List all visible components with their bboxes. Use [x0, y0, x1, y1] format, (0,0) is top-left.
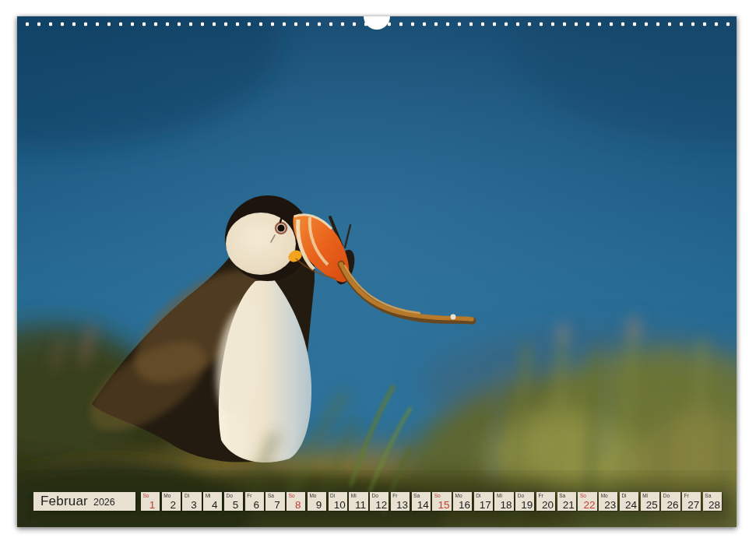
weekday-abbr: So: [289, 493, 295, 498]
weekday-abbr: Do: [663, 493, 670, 498]
weekday-abbr: Mo: [601, 493, 608, 498]
day-cell: Mo 23: [599, 492, 617, 511]
day-cell: Di 17: [474, 492, 493, 511]
day-number: 10: [329, 500, 347, 510]
day-number: 19: [515, 500, 534, 510]
day-cell: Mo 2: [162, 492, 181, 511]
puffin-photo: [17, 16, 737, 527]
weekday-abbr: Do: [372, 493, 378, 498]
day-number: 21: [557, 500, 576, 510]
day-number: 9: [308, 500, 326, 510]
day-number: 27: [682, 500, 701, 510]
day-cell: Mo 16: [453, 492, 472, 511]
weekday-abbr: Mo: [309, 493, 316, 498]
day-number: 8: [287, 500, 305, 510]
day-cell: Sa 21: [557, 492, 576, 511]
day-number: 2: [162, 500, 181, 510]
day-number: 28: [703, 500, 722, 510]
weekday-abbr: Mi: [351, 493, 357, 498]
day-number: 11: [349, 500, 367, 510]
day-number: 24: [620, 500, 638, 510]
day-cell: Di 3: [182, 492, 201, 511]
day-cell: Di 24: [620, 492, 638, 511]
day-cell: Do 5: [224, 492, 243, 511]
calendar-product-shot: Februar 2026 So 1 Mo 2 Di: [0, 0, 756, 545]
day-number: 17: [474, 500, 493, 510]
calendar-sheet: Februar 2026 So 1 Mo 2 Di: [17, 16, 737, 527]
day-cell: Di 10: [329, 492, 347, 511]
day-number: 12: [370, 500, 389, 510]
day-cell: Sa 14: [412, 492, 431, 511]
weekday-abbr: So: [434, 493, 441, 498]
day-cell: Do 12: [370, 492, 389, 511]
weekday-abbr: So: [580, 493, 586, 498]
day-cell: Mi 18: [494, 492, 513, 511]
weekday-abbr: Sa: [705, 493, 711, 498]
weekday-abbr: Sa: [268, 493, 274, 498]
month-label-box: Februar 2026: [33, 492, 135, 511]
day-cell: So 8: [287, 492, 305, 511]
day-cell: Mi 4: [203, 492, 222, 511]
day-number: 5: [224, 500, 243, 510]
weekday-abbr: Fr: [684, 493, 689, 498]
weekday-abbr: Mo: [164, 493, 171, 498]
day-cell: Sa 28: [703, 492, 722, 511]
weekday-abbr: Mi: [497, 493, 502, 498]
day-number: 18: [494, 500, 513, 510]
year-label: 2026: [93, 497, 115, 508]
weekday-abbr: So: [143, 493, 149, 498]
day-number: 20: [536, 500, 555, 510]
weekday-abbr: Do: [226, 493, 232, 498]
weekday-abbr: Di: [185, 493, 189, 498]
day-number: 4: [203, 500, 222, 510]
day-number: 25: [641, 500, 659, 510]
day-cell: Do 19: [515, 492, 534, 511]
day-cell: So 22: [578, 492, 596, 511]
day-number: 16: [453, 500, 472, 510]
weekday-abbr: Di: [476, 493, 480, 498]
weekday-abbr: Sa: [559, 493, 565, 498]
day-cell: So 1: [141, 492, 160, 511]
weekday-abbr: Mo: [455, 493, 462, 498]
day-cell: Fr 13: [391, 492, 410, 511]
weekday-abbr: Di: [621, 493, 626, 498]
day-number: 6: [245, 500, 264, 510]
day-number: 3: [182, 500, 201, 510]
day-cell: Mi 25: [641, 492, 659, 511]
day-number: 23: [599, 500, 617, 510]
day-number: 1: [141, 500, 160, 510]
day-number: 14: [412, 500, 431, 510]
weekday-abbr: Fr: [392, 493, 397, 498]
day-row: So 1 Mo 2 Di 3 Mi 4: [141, 492, 722, 511]
weekday-abbr: Di: [330, 493, 335, 498]
day-number: 26: [661, 500, 680, 510]
day-cell: Mo 9: [308, 492, 326, 511]
weekday-abbr: Sa: [413, 493, 420, 498]
day-cell: Mi 11: [349, 492, 367, 511]
day-number: 15: [432, 500, 451, 510]
weekday-abbr: Mi: [206, 493, 211, 498]
day-cell: Fr 20: [536, 492, 555, 511]
month-name: Februar: [40, 494, 88, 509]
weekday-abbr: Fr: [247, 493, 251, 498]
day-number: 13: [391, 500, 410, 510]
day-number: 22: [578, 500, 596, 510]
day-cell: Fr 27: [682, 492, 701, 511]
weekday-abbr: Fr: [538, 493, 543, 498]
day-cell: Sa 7: [265, 492, 284, 511]
day-cell: Do 26: [661, 492, 680, 511]
weekday-abbr: Do: [518, 493, 524, 498]
day-cell: Fr 6: [245, 492, 264, 511]
weekday-abbr: Mi: [642, 493, 648, 498]
calendar-strip: Februar 2026 So 1 Mo 2 Di: [33, 492, 722, 511]
day-number: 7: [265, 500, 284, 510]
day-cell: So 15: [432, 492, 451, 511]
